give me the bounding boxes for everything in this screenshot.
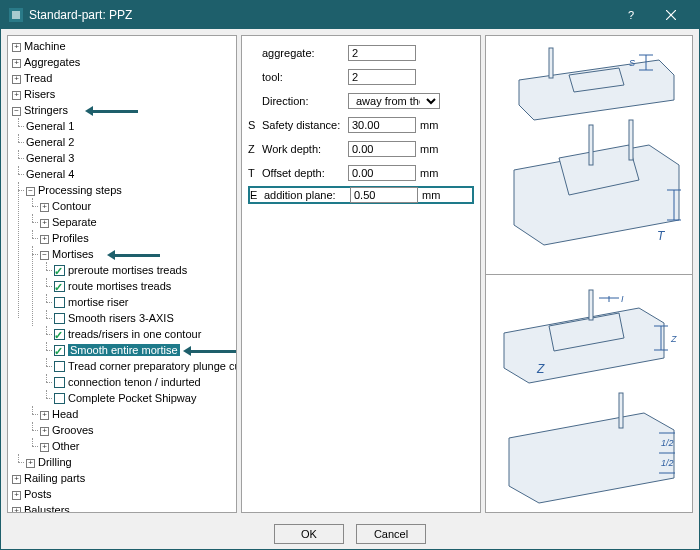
input-safety[interactable] bbox=[348, 117, 416, 133]
expand-icon[interactable]: + bbox=[40, 443, 49, 452]
tree-item-mortise-option[interactable]: connection tenon / indurted bbox=[54, 374, 234, 390]
cancel-button[interactable]: Cancel bbox=[356, 524, 426, 544]
form-panel: aggregate: tool: Direction: away from th… bbox=[241, 35, 481, 513]
expand-icon[interactable]: + bbox=[12, 491, 21, 500]
checkbox-icon[interactable] bbox=[54, 265, 65, 276]
svg-rect-9 bbox=[589, 125, 593, 165]
row-addition: Eaddition plane: mm bbox=[248, 186, 474, 204]
checkbox-icon[interactable] bbox=[54, 297, 65, 308]
tree-item-separate[interactable]: +Separate bbox=[40, 214, 234, 230]
diagram-top: S T bbox=[486, 36, 692, 275]
checkbox-icon[interactable] bbox=[54, 361, 65, 372]
expand-icon[interactable]: + bbox=[40, 427, 49, 436]
tree-item-contour[interactable]: +Contour bbox=[40, 198, 234, 214]
close-button[interactable] bbox=[651, 1, 691, 29]
expand-icon[interactable]: + bbox=[40, 203, 49, 212]
tree-item-aggregates[interactable]: +Aggregates bbox=[12, 54, 234, 70]
right-top: aggregate: tool: Direction: away from th… bbox=[241, 35, 693, 513]
expand-icon[interactable]: + bbox=[12, 475, 21, 484]
svg-text:S: S bbox=[629, 58, 635, 68]
tree-item-mortise-option[interactable]: Tread corner preparatory plunge cut bbox=[54, 358, 234, 374]
tree-item-mortise-option[interactable]: Smooth entire mortise bbox=[54, 342, 234, 358]
expand-icon[interactable]: + bbox=[12, 43, 21, 52]
row-tool: tool: bbox=[248, 68, 474, 86]
tree-item-risers[interactable]: +Risers bbox=[12, 86, 234, 102]
tree-item-balusters[interactable]: +Balusters bbox=[12, 502, 234, 513]
tree-item-drilling[interactable]: +Drilling bbox=[26, 454, 234, 470]
tree-item-mortise-option[interactable]: route mortises treads bbox=[54, 278, 234, 294]
checkbox-icon[interactable] bbox=[54, 281, 65, 292]
unit-safety: mm bbox=[420, 119, 444, 131]
diagram-panel: S T bbox=[485, 35, 693, 513]
tree-item-tread[interactable]: +Tread bbox=[12, 70, 234, 86]
collapse-icon[interactable]: − bbox=[12, 107, 21, 116]
tree-panel[interactable]: +Machine +Aggregates +Tread +Risers −Str… bbox=[7, 35, 237, 513]
svg-rect-14 bbox=[589, 290, 593, 320]
checkbox-icon[interactable] bbox=[54, 377, 65, 388]
expand-icon[interactable]: + bbox=[12, 507, 21, 514]
tree-item-mortise-option[interactable]: Smooth risers 3-AXIS bbox=[54, 310, 234, 326]
tree-item-label: preroute mortises treads bbox=[68, 264, 187, 276]
annotation-arrow bbox=[88, 110, 138, 113]
tree-item-mortise-option[interactable]: Complete Pocket Shipway bbox=[54, 390, 234, 406]
collapse-icon[interactable]: − bbox=[40, 251, 49, 260]
expand-icon[interactable]: + bbox=[12, 91, 21, 100]
svg-marker-18 bbox=[509, 413, 674, 503]
svg-text:I: I bbox=[621, 294, 624, 304]
svg-rect-19 bbox=[619, 393, 623, 428]
expand-icon[interactable]: + bbox=[40, 235, 49, 244]
ok-button[interactable]: OK bbox=[274, 524, 344, 544]
tree-item-railing-parts[interactable]: +Railing parts bbox=[12, 470, 234, 486]
row-workdepth: ZWork depth: mm bbox=[248, 140, 474, 158]
dialog-window: Standard-part: PPZ ? +Machine +Aggregate… bbox=[0, 0, 700, 550]
svg-marker-3 bbox=[519, 60, 674, 120]
right-panel: aggregate: tool: Direction: away from th… bbox=[241, 35, 693, 513]
expand-icon[interactable]: + bbox=[12, 75, 21, 84]
svg-text:T: T bbox=[657, 229, 666, 243]
tree-item-posts[interactable]: +Posts bbox=[12, 486, 234, 502]
label-offset: Offset depth: bbox=[262, 167, 325, 179]
checkbox-icon[interactable] bbox=[54, 393, 65, 404]
tree-item-label: route mortises treads bbox=[68, 280, 171, 292]
tree-item-general4[interactable]: General 4 bbox=[26, 166, 234, 182]
help-button[interactable]: ? bbox=[611, 1, 651, 29]
tree-item-mortise-option[interactable]: preroute mortises treads bbox=[54, 262, 234, 278]
svg-text:1/2: 1/2 bbox=[661, 458, 674, 468]
svg-rect-10 bbox=[629, 120, 633, 160]
input-workdepth[interactable] bbox=[348, 141, 416, 157]
unit-addition: mm bbox=[422, 189, 446, 201]
input-addition[interactable] bbox=[350, 187, 418, 203]
tree-item-other[interactable]: +Other bbox=[40, 438, 234, 454]
tree-item-profiles[interactable]: +Profiles bbox=[40, 230, 234, 246]
tree-item-mortise-option[interactable]: treads/risers in one contour bbox=[54, 326, 234, 342]
input-offset[interactable] bbox=[348, 165, 416, 181]
tree-item-grooves[interactable]: +Grooves bbox=[40, 422, 234, 438]
expand-icon[interactable]: + bbox=[26, 459, 35, 468]
tree-item-mortises[interactable]: −Mortises preroute mortises treadsroute … bbox=[40, 246, 234, 406]
expand-icon[interactable]: + bbox=[40, 411, 49, 420]
tree-item-processing-steps[interactable]: −Processing steps +Contour +Separate +Pr… bbox=[26, 182, 234, 454]
expand-icon[interactable]: + bbox=[12, 59, 21, 68]
dialog-body: +Machine +Aggregates +Tread +Risers −Str… bbox=[1, 29, 699, 519]
tree-item-stringers[interactable]: −Stringers General 1 General 2 General 3… bbox=[12, 102, 234, 470]
row-offset: TOffset depth: mm bbox=[248, 164, 474, 182]
svg-text:Z: Z bbox=[536, 362, 545, 376]
collapse-icon[interactable]: − bbox=[26, 187, 35, 196]
checkbox-icon[interactable] bbox=[54, 329, 65, 340]
checkbox-icon[interactable] bbox=[54, 345, 65, 356]
svg-rect-5 bbox=[549, 48, 553, 78]
tree-item-head[interactable]: +Head bbox=[40, 406, 234, 422]
input-aggregate[interactable] bbox=[348, 45, 416, 61]
expand-icon[interactable]: + bbox=[40, 219, 49, 228]
input-tool[interactable] bbox=[348, 69, 416, 85]
checkbox-icon[interactable] bbox=[54, 313, 65, 324]
tree-item-machine[interactable]: +Machine bbox=[12, 38, 234, 54]
select-direction[interactable]: away from the w bbox=[348, 93, 440, 109]
tree-item-general1[interactable]: General 1 bbox=[26, 118, 234, 134]
app-icon bbox=[9, 8, 23, 22]
tree-item-general3[interactable]: General 3 bbox=[26, 150, 234, 166]
row-safety: SSafety distance: mm bbox=[248, 116, 474, 134]
tree-item-mortise-option[interactable]: mortise riser bbox=[54, 294, 234, 310]
row-direction: Direction: away from the w bbox=[248, 92, 474, 110]
tree-item-general2[interactable]: General 2 bbox=[26, 134, 234, 150]
